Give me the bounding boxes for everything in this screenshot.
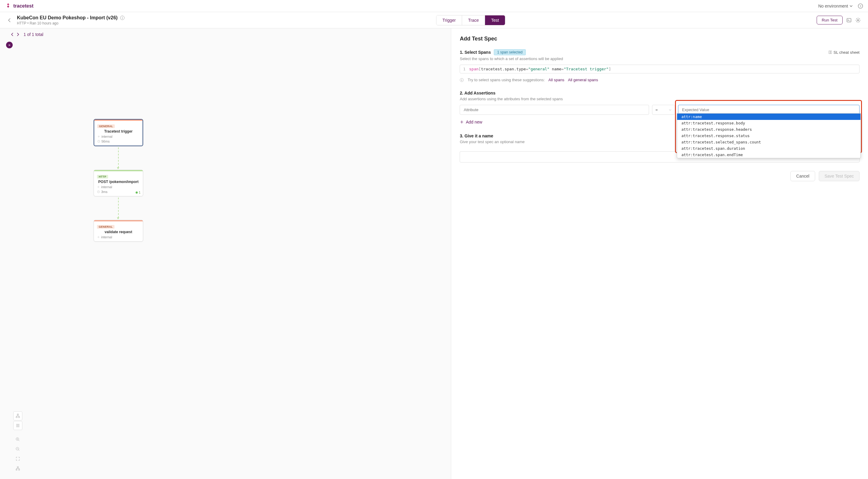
dropdown-item[interactable]: attr:tracetest.response.headers <box>677 126 861 133</box>
span-name: validate request <box>97 230 140 234</box>
span-kind: internal <box>97 135 140 138</box>
span-kind: internal <box>97 235 140 239</box>
svg-point-7 <box>98 136 99 137</box>
span-assertion-count: 1 <box>135 191 141 194</box>
save-test-spec-button[interactable]: Save Test Spec <box>819 171 860 181</box>
span-tag: GENERAL <box>97 124 115 128</box>
top-bar: tracetest No environment ? <box>0 0 868 12</box>
pager-next-icon[interactable] <box>16 32 20 36</box>
svg-rect-19 <box>19 469 20 470</box>
span-card-post-import[interactable]: HTTP POST /pokemon/import internal 3ms 1 <box>94 170 143 196</box>
span-tag: HTTP <box>97 175 108 179</box>
info-icon[interactable] <box>120 15 125 20</box>
page-meta: HTTP • Ran 10 hours ago <box>17 21 125 25</box>
terminal-icon[interactable] <box>846 18 852 23</box>
zoom-in-button[interactable] <box>13 435 22 444</box>
test-spec-panel: Add Test Spec 1. Select Spans 1 span sel… <box>451 28 868 479</box>
pager-prev-icon[interactable] <box>10 32 14 36</box>
tab-test[interactable]: Test <box>485 15 505 25</box>
svg-point-3 <box>122 17 123 17</box>
fullscreen-button[interactable] <box>13 454 22 463</box>
dropdown-item[interactable]: attr:tracetest.response.status <box>677 133 861 139</box>
svg-point-11 <box>98 237 99 238</box>
step1-desc: Select the spans to which a set of asser… <box>460 57 860 61</box>
tree-view-button[interactable] <box>13 411 22 420</box>
svg-rect-14 <box>19 417 20 418</box>
layout-button[interactable] <box>13 464 22 473</box>
svg-point-9 <box>98 187 99 188</box>
add-new-assertion-button[interactable]: Add new <box>460 120 482 124</box>
selector-code: span[tracetest.span.type="general" name=… <box>469 67 611 71</box>
connector <box>118 197 119 218</box>
svg-rect-17 <box>17 467 19 468</box>
span-name: POST /pokemon/import <box>97 180 140 184</box>
list-view-button[interactable] <box>13 421 22 430</box>
span-tag: GENERAL <box>97 225 115 229</box>
book-icon <box>828 50 832 54</box>
svg-point-6 <box>858 19 859 21</box>
gear-small-icon <box>97 235 100 238</box>
logo[interactable]: tracetest <box>5 3 33 9</box>
pager-label: 1 of 1 total <box>24 32 43 37</box>
span-kind: internal <box>97 185 140 189</box>
dropdown-item[interactable]: attr:tracetest.selected_spans.count <box>677 139 861 145</box>
suggestions-row: Try to select spans using these suggesti… <box>460 77 860 82</box>
span-card-trigger[interactable]: GENERAL Tracetest trigger internal 56ms <box>94 119 143 146</box>
help-icon[interactable]: ? <box>858 3 863 9</box>
dropdown-item[interactable]: attr:name <box>677 114 861 120</box>
arrow-icon <box>117 218 119 219</box>
step2-label: 2. Add Assertions <box>460 91 860 95</box>
info-icon <box>460 78 464 82</box>
clock-icon <box>97 190 100 193</box>
environment-label: No environment <box>818 4 848 8</box>
span-card-validate-request[interactable]: GENERAL validate request internal <box>94 220 143 242</box>
svg-rect-13 <box>16 417 17 418</box>
operator-select[interactable]: = <box>652 105 675 115</box>
run-test-button[interactable]: Run Test <box>817 16 843 25</box>
dropdown-item[interactable]: attr:tracetest.span.duration <box>677 145 861 152</box>
suggest-all-general-spans[interactable]: All general spans <box>568 77 598 82</box>
tab-trigger[interactable]: Trigger <box>436 15 462 25</box>
suggestions-lead: Try to select spans using these suggesti… <box>467 77 545 82</box>
svg-text:?: ? <box>860 4 861 7</box>
panel-title: Add Test Spec <box>460 36 860 42</box>
assertion-row: = attr:name attr:tracetest.response.body… <box>460 105 860 115</box>
chevron-down-icon <box>849 4 853 8</box>
cheat-sheet-link[interactable]: SL cheat sheet <box>828 50 860 55</box>
toolbelt <box>13 411 22 473</box>
main: 1 of 1 total » GENERAL Tracetest trigger… <box>0 28 868 479</box>
span-duration: 56ms <box>97 139 140 143</box>
line-number: 1 <box>463 67 465 71</box>
attribute-input[interactable] <box>460 105 649 115</box>
environment-selector[interactable]: No environment <box>818 4 853 8</box>
svg-rect-22 <box>462 79 462 81</box>
svg-rect-5 <box>847 19 851 22</box>
dropdown-item[interactable]: attr:tracetest.span.endTime <box>677 152 861 158</box>
trace-canvas[interactable]: GENERAL Tracetest trigger internal 56ms <box>0 40 451 477</box>
expected-value-dropdown: attr:name attr:tracetest.response.body a… <box>677 113 861 158</box>
chevron-down-icon <box>669 108 672 111</box>
pager: 1 of 1 total <box>0 28 451 40</box>
gear-small-icon <box>97 186 100 188</box>
selector-code-box[interactable]: 1 span[tracetest.span.type="general" nam… <box>460 65 860 73</box>
step2-desc: Add assertions using the attributes from… <box>460 97 860 101</box>
dropdown-item[interactable]: attr:tracetest.response.body <box>677 120 861 126</box>
brand-text: tracetest <box>13 3 33 9</box>
suggest-all-spans[interactable]: All spans <box>549 77 564 82</box>
tabs: Trigger Trace Test <box>436 15 505 25</box>
tab-trace[interactable]: Trace <box>462 15 485 25</box>
span-name: Tracetest trigger <box>97 129 140 133</box>
arrow-icon <box>117 167 119 169</box>
zoom-out-button[interactable] <box>13 445 22 454</box>
footer-buttons: Cancel Save Test Spec <box>460 171 860 181</box>
cancel-button[interactable]: Cancel <box>790 171 815 181</box>
trace-panel: 1 of 1 total » GENERAL Tracetest trigger… <box>0 28 451 479</box>
back-button[interactable] <box>7 18 12 23</box>
page-title: KubeCon EU Demo Pokeshop - Import (v26) <box>17 15 118 21</box>
svg-rect-18 <box>16 469 17 470</box>
span-selected-badge: 1 span selected <box>494 49 526 55</box>
clock-icon <box>97 140 100 143</box>
page-header: KubeCon EU Demo Pokeshop - Import (v26) … <box>0 12 868 28</box>
gear-icon[interactable] <box>855 18 861 23</box>
step1-label: 1. Select Spans <box>460 50 491 55</box>
